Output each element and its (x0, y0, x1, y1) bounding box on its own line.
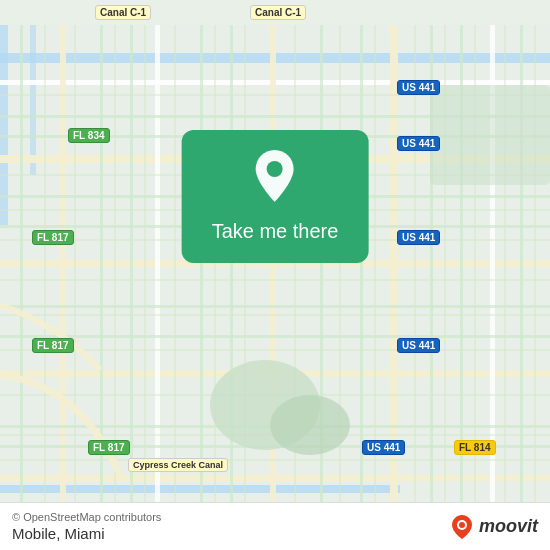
svg-rect-10 (60, 25, 66, 525)
bottom-bar: © OpenStreetMap contributors Mobile, Mia… (0, 502, 550, 550)
moovit-brand-text: moovit (479, 516, 538, 537)
svg-rect-19 (0, 305, 550, 308)
road-label-fl817-3: FL 817 (88, 440, 130, 455)
bottom-left-info: © OpenStreetMap contributors Mobile, Mia… (12, 511, 161, 542)
road-label-canal-c1: Canal C-1 (95, 5, 151, 20)
svg-point-61 (267, 161, 283, 177)
svg-rect-26 (200, 25, 203, 525)
take-me-there-label: Take me there (212, 220, 339, 243)
moovit-logo: moovit (449, 514, 538, 540)
road-label-fl817-1: FL 817 (32, 230, 74, 245)
svg-rect-60 (430, 85, 550, 185)
road-label-us441-3: US 441 (397, 230, 440, 245)
road-label-canal-c1-right: Canal C-1 (250, 5, 306, 20)
svg-rect-20 (0, 335, 550, 338)
road-label-fl817-2: FL 817 (32, 338, 74, 353)
road-label-us441-4: US 441 (397, 338, 440, 353)
location-pin-icon (250, 150, 300, 208)
road-label-fl814: FL 814 (454, 440, 496, 455)
road-label-fl834: FL 834 (68, 128, 110, 143)
road-label-us441-1: US 441 (397, 80, 440, 95)
svg-rect-12 (270, 25, 276, 525)
road-label-us441-2: US 441 (397, 136, 440, 151)
moovit-pin-icon (449, 514, 475, 540)
copyright-text: © OpenStreetMap contributors (12, 511, 161, 523)
map-container: Canal C-1 Canal C-1 FL 834 FL 817 FL 817… (0, 0, 550, 550)
road-label-cypress-creek: Cypress Creek Canal (128, 458, 228, 472)
svg-rect-27 (230, 25, 233, 525)
svg-rect-11 (155, 25, 160, 525)
map-background (0, 0, 550, 550)
svg-point-63 (459, 522, 465, 528)
road-label-us441-5: US 441 (362, 440, 405, 455)
location-text: Mobile, Miami (12, 525, 161, 542)
svg-rect-23 (20, 25, 23, 525)
svg-rect-25 (130, 25, 133, 525)
svg-point-59 (270, 395, 350, 455)
take-me-there-card[interactable]: Take me there (182, 130, 369, 263)
svg-rect-3 (30, 25, 36, 175)
